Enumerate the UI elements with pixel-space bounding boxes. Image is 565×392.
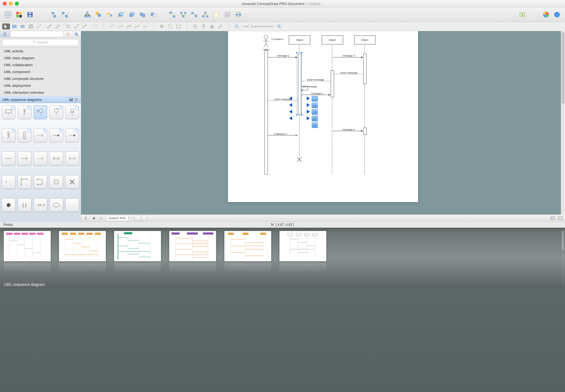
expand-left-icon[interactable] [289, 116, 292, 120]
rectangle-tool[interactable] [10, 23, 18, 29]
shape-sync-arrow[interactable]: ✓ [49, 128, 63, 142]
shape-async-arrow[interactable]: ✓ [65, 128, 79, 142]
template-thumbnail[interactable] [224, 231, 271, 273]
shape-control-lifeline[interactable]: ✓ [49, 105, 63, 119]
polyline-tool[interactable] [125, 23, 133, 29]
expand-right-icon[interactable] [307, 96, 310, 100]
template-thumbnail[interactable] [59, 231, 106, 273]
arc-tool[interactable] [108, 23, 116, 29]
smarttag-return-icon[interactable] [312, 109, 318, 115]
line-tool[interactable] [35, 23, 43, 29]
page-tab[interactable] [147, 216, 154, 221]
shape-lifeline-box[interactable]: ✓ [2, 105, 15, 119]
bring-front-button[interactable] [116, 10, 125, 19]
library-item[interactable]: UML class diagram [0, 55, 81, 61]
combine-button[interactable] [138, 10, 147, 19]
library-item[interactable]: UML component [0, 68, 81, 75]
library-close-icon[interactable] [74, 97, 79, 102]
smarttag-activation-icon[interactable] [312, 96, 318, 101]
library-tree-tab[interactable] [0, 31, 10, 37]
new-page-button[interactable] [212, 10, 221, 19]
next-page-button[interactable]: ▶ [99, 216, 104, 221]
shape-boundary-lifeline[interactable]: ✓ [34, 105, 47, 119]
shape-blank[interactable] [65, 198, 79, 212]
color-swatches-button[interactable] [14, 10, 24, 19]
shape-open-arrow[interactable] [18, 152, 31, 165]
shape-braces[interactable]: { } [18, 198, 31, 212]
stamp-tool[interactable] [208, 23, 216, 29]
title-menu-chevron-icon[interactable]: ⌄ [321, 2, 324, 5]
layout-button[interactable] [234, 10, 243, 19]
prev-page-button[interactable]: ◀ [91, 216, 96, 221]
bezier-tool[interactable] [133, 23, 141, 29]
expand-right-icon[interactable] [307, 116, 310, 120]
ungroup-button[interactable] [105, 10, 114, 19]
templates-scrollbar[interactable] [562, 229, 564, 287]
hierarchy-button[interactable] [201, 10, 210, 19]
shape-actor[interactable]: ✓ [2, 128, 15, 142]
zoom-slider[interactable] [243, 26, 273, 27]
quick-field[interactable] [10, 31, 64, 37]
expand-left-icon[interactable] [289, 103, 292, 107]
connect-button[interactable] [168, 10, 177, 19]
text-style-button[interactable]: A [518, 10, 527, 19]
page-splitter-icon[interactable]: ‖ [83, 216, 88, 221]
expand-right-icon[interactable] [307, 103, 310, 107]
tree-layout-button[interactable] [83, 10, 92, 19]
text-box-tool[interactable] [27, 23, 35, 29]
shape-filled-circle[interactable] [2, 198, 15, 212]
expand-right-icon[interactable] [307, 110, 310, 114]
library-list-tab[interactable] [64, 31, 72, 37]
spline-tool[interactable] [117, 23, 124, 29]
pointer-tool[interactable] [2, 23, 10, 29]
template-thumbnail[interactable] [114, 231, 161, 273]
shape-activation[interactable]: ✓ [18, 128, 31, 142]
library-section-header[interactable]: UML sequence diagrams [0, 96, 81, 103]
template-thumbnail[interactable] [4, 231, 51, 273]
zoom-in-button[interactable] [276, 23, 283, 29]
shape-async-dashed[interactable]: ✓ [34, 128, 47, 142]
grid-button[interactable] [223, 10, 232, 19]
connector-step-tool[interactable] [54, 23, 62, 29]
zoom-window-button[interactable] [15, 2, 19, 6]
zoom-stepper-icon[interactable]: ▲▼ [128, 216, 130, 220]
connector-round-tool[interactable] [81, 23, 89, 29]
shape-option-bracket[interactable] [34, 175, 47, 189]
connector-auto-tool[interactable] [64, 23, 72, 29]
subtract-button[interactable] [149, 10, 158, 19]
shape-cross[interactable] [65, 175, 79, 189]
distribute-button[interactable] [60, 10, 69, 19]
zoom-tool[interactable] [192, 23, 199, 29]
close-window-button[interactable] [3, 2, 7, 6]
fit-page-icon[interactable] [558, 216, 563, 221]
search-field[interactable]: Search [2, 39, 79, 46]
crop-tool[interactable] [166, 23, 174, 29]
auto-connect-button[interactable] [190, 10, 199, 19]
group-button[interactable] [94, 10, 103, 19]
library-item[interactable]: UML collaboration [0, 61, 81, 68]
shape-biarrow-dashed[interactable] [65, 152, 79, 165]
template-thumbnail[interactable] [169, 231, 216, 273]
send-back-button[interactable] [127, 10, 136, 19]
save-button[interactable] [25, 10, 35, 19]
expand-left-icon[interactable] [289, 110, 292, 114]
color-wheel-button[interactable] [541, 10, 551, 19]
vertical-scrollbar[interactable] [561, 31, 565, 215]
info-button[interactable]: i [552, 10, 562, 19]
edit-points-tool[interactable] [175, 23, 182, 29]
page[interactable]: Object Object Object Actor <<create>> me… [228, 31, 418, 202]
rotate-tool[interactable] [158, 23, 166, 29]
smarttag-more-icon[interactable] [312, 122, 318, 128]
eyedropper-tool[interactable] [216, 23, 224, 29]
pan-tool[interactable] [200, 23, 208, 29]
library-item[interactable]: UML interaction overview [0, 89, 81, 96]
connector-direct-tool[interactable] [73, 23, 80, 29]
library-search-tab[interactable] [72, 31, 81, 37]
shape-palette[interactable]: ✓✓✓✓✓✓✓✓✓✓<>{ }<< >> [0, 103, 81, 221]
zoom-out-button[interactable] [233, 23, 241, 29]
shape-angle-brackets[interactable]: << >> [34, 198, 47, 212]
freehand-tool[interactable] [141, 23, 149, 29]
shape-guard[interactable]: <> [2, 175, 15, 189]
presentation-mode-icon[interactable] [550, 216, 555, 221]
library-item[interactable]: UML deployment [0, 82, 81, 89]
